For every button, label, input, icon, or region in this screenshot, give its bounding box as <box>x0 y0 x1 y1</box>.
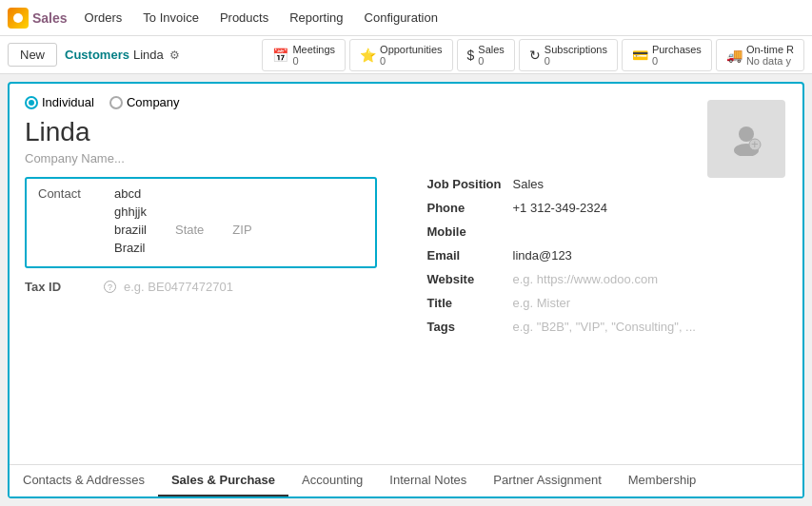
smart-btn-meetings[interactable]: 📅 Meetings 0 <box>262 39 346 71</box>
tab-bar: Contacts & Addresses Sales & Purchase Ac… <box>10 464 802 496</box>
breadcrumb: Customers Linda ⚙ <box>65 48 180 62</box>
address-row-contact: Contact abcd <box>38 186 364 201</box>
tax-id-help-icon[interactable]: ? <box>104 281 116 293</box>
smart-btn-pur-content: Purchases 0 <box>652 44 702 67</box>
tax-id-label: Tax ID <box>25 280 101 294</box>
company-name-field[interactable]: Company Name... <box>25 151 787 165</box>
action-bar: New Customers Linda ⚙ 📅 Meetings 0 ⭐ Opp… <box>0 36 812 74</box>
radio-individual[interactable]: Individual <box>25 95 94 109</box>
nav-item-orders[interactable]: Orders <box>75 5 132 30</box>
main-form: + Individual Company Linda Company Name.… <box>8 82 804 498</box>
refresh-icon: ↻ <box>529 48 541 63</box>
breadcrumb-current: Linda <box>133 48 164 62</box>
smart-btn-sub-content: Subscriptions 0 <box>545 44 607 67</box>
tab-contacts-addresses[interactable]: Contacts & Addresses <box>10 465 158 496</box>
address-row-line2: ghhjjk <box>38 204 364 219</box>
form-body: + Individual Company Linda Company Name.… <box>10 84 802 464</box>
right-col: Job Position Sales Phone +1 312-349-2324… <box>408 177 788 343</box>
info-job-position: Job Position Sales <box>427 177 788 191</box>
info-title: Title e.g. Mister <box>427 296 788 310</box>
info-email: Email linda@123 <box>427 248 788 263</box>
info-phone: Phone +1 312-349-2324 <box>427 201 788 215</box>
tab-membership[interactable]: Membership <box>615 465 710 496</box>
tab-internal-notes[interactable]: Internal Notes <box>376 465 480 496</box>
truck-icon: 🚚 <box>726 48 743 63</box>
tax-id-row: Tax ID ? e.g. BE0477472701 <box>25 280 386 294</box>
top-nav: Sales Orders To Invoice Products Reporti… <box>0 0 812 36</box>
avatar[interactable]: + <box>707 100 785 178</box>
tab-sales-purchase[interactable]: Sales & Purchase <box>158 465 288 496</box>
form-two-col: Contact abcd ghhjjk braziil State ZIP Br… <box>25 177 787 343</box>
tab-partner-assignment[interactable]: Partner Assignment <box>480 465 614 496</box>
tab-accounting[interactable]: Accounting <box>288 465 376 496</box>
address-box: Contact abcd ghhjjk braziil State ZIP Br… <box>25 177 377 268</box>
card-icon: 💳 <box>632 48 648 63</box>
svg-text:+: + <box>751 137 759 151</box>
info-tags: Tags e.g. "B2B", "VIP", "Consulting", ..… <box>427 320 788 334</box>
nav-item-reporting[interactable]: Reporting <box>280 5 352 30</box>
smart-btn-sales-content: Sales 0 <box>478 44 505 67</box>
svg-point-0 <box>13 13 23 23</box>
dollar-icon: $ <box>467 48 475 63</box>
radio-company[interactable]: Company <box>109 95 180 109</box>
nav-item-to-invoice[interactable]: To Invoice <box>133 5 208 30</box>
smart-btn-sales[interactable]: $ Sales 0 <box>457 39 515 71</box>
nav-items: Orders To Invoice Products Reporting Con… <box>75 5 447 30</box>
customer-name[interactable]: Linda <box>25 117 787 147</box>
smart-btn-opp-content: Opportunities 0 <box>380 44 442 67</box>
radio-row: Individual Company <box>25 95 787 109</box>
app-name: Sales <box>32 10 68 26</box>
radio-individual-dot <box>25 96 38 109</box>
radio-company-dot <box>109 96 123 109</box>
calendar-icon: 📅 <box>272 48 288 63</box>
smart-btn-subscriptions[interactable]: ↻ Subscriptions 0 <box>519 39 618 71</box>
app-logo-icon <box>8 8 29 29</box>
smart-buttons-bar: 📅 Meetings 0 ⭐ Opportunities 0 $ Sales 0… <box>262 39 804 71</box>
tax-id-field[interactable]: e.g. BE0477472701 <box>124 280 233 294</box>
address-row-city-state: braziil State ZIP <box>38 223 364 237</box>
info-mobile: Mobile <box>427 224 788 239</box>
address-row-country: Brazil <box>38 241 364 255</box>
star-icon: ⭐ <box>360 48 376 63</box>
smart-btn-opportunities[interactable]: ⭐ Opportunities 0 <box>349 39 452 71</box>
smart-btn-ontime-content: On-time R No data y <box>746 44 794 67</box>
gear-icon[interactable]: ⚙ <box>169 49 180 62</box>
info-website: Website e.g. https://www.odoo.com <box>427 272 788 286</box>
left-col: Contact abcd ghhjjk braziil State ZIP Br… <box>25 177 386 343</box>
breadcrumb-parent[interactable]: Customers <box>65 48 129 62</box>
new-button[interactable]: New <box>8 43 57 67</box>
nav-item-configuration[interactable]: Configuration <box>355 5 447 30</box>
smart-btn-ontime[interactable]: 🚚 On-time R No data y <box>716 39 804 71</box>
app-logo: Sales <box>8 8 68 29</box>
nav-item-products[interactable]: Products <box>210 5 278 30</box>
smart-btn-meetings-content: Meetings 0 <box>292 44 335 67</box>
smart-btn-purchases[interactable]: 💳 Purchases 0 <box>622 39 712 71</box>
